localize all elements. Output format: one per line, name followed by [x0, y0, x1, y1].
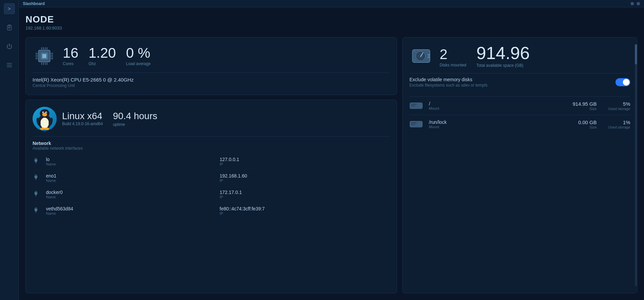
disk-mount-icon [409, 101, 423, 111]
app-title: Slashboard [23, 1, 45, 6]
right-scrollbar[interactable] [635, 44, 637, 286]
svg-point-28 [40, 117, 49, 128]
svg-point-34 [46, 112, 47, 113]
svg-rect-46 [35, 191, 36, 192]
network-list: lo Name 127.0.0.1 IP eno1 Name 192.168.1… [33, 153, 390, 286]
cpu-ghz-value: 1.20 [89, 46, 116, 60]
disk-count-label: Disks mounted [440, 63, 466, 67]
svg-rect-14 [36, 58, 38, 59]
svg-point-58 [427, 51, 429, 52]
left-panel: 16 Cores 1.20 Ghz 0 % Load average [26, 37, 397, 293]
cpu-cores-value: 16 [63, 46, 79, 60]
disk-mount-used-col: 1% Used storage [600, 119, 630, 129]
svg-rect-22 [47, 47, 47, 50]
svg-rect-1 [7, 25, 11, 30]
os-avatar [33, 107, 57, 131]
right-scrollbar-thumb [635, 44, 637, 64]
svg-rect-10 [42, 54, 46, 58]
os-top: Linux x64 Build 4.19.0-16-amd64 90.4 hou… [33, 107, 390, 131]
cpu-cores-label: Cores [63, 61, 79, 66]
network-name-col: vethd563d84 Name [43, 206, 216, 215]
topbar-controls [631, 2, 640, 5]
svg-point-37 [44, 128, 49, 130]
panels-row: 16 Cores 1.20 Ghz 0 % Load average [26, 37, 637, 293]
disk-count-value: 2 [440, 47, 466, 61]
svg-rect-23 [41, 62, 42, 65]
svg-point-36 [40, 128, 45, 130]
os-build: Build 4.19.0-16-amd64 [62, 121, 103, 126]
disk-mount-used-col: 5% Used storage [600, 101, 630, 111]
network-item: docker0 Name 172.17.0.1 IP [33, 186, 390, 203]
content-area: NODE 192.168.1.60:6033 [19, 7, 644, 300]
topbar-dot-2 [637, 2, 640, 5]
svg-rect-62 [428, 57, 430, 58]
cpu-top: 16 Cores 1.20 Ghz 0 % Load average [33, 44, 390, 68]
svg-rect-15 [51, 53, 53, 54]
disk-stats: 2 Disks mounted 914.96 Total available s… [440, 44, 630, 68]
svg-rect-48 [36, 195, 36, 196]
topbar-dot-1 [631, 2, 634, 5]
svg-point-60 [427, 60, 429, 61]
disk-count-block: 2 Disks mounted [440, 47, 466, 67]
network-ip-col: 172.17.0.1 IP [216, 190, 390, 199]
page-subtitle: 192.168.1.60:6033 [26, 26, 637, 31]
svg-rect-16 [51, 55, 53, 56]
network-ip-col: fe80::4c74:3cff:fe39:7 IP [216, 206, 390, 215]
plug-icon [33, 157, 43, 165]
sidebar: > [0, 0, 19, 300]
os-uptime-value: 90.4 hours [113, 111, 157, 121]
sidebar-item-list[interactable] [4, 60, 15, 70]
svg-rect-17 [51, 57, 53, 57]
cpu-stats: 16 Cores 1.20 Ghz 0 % Load average [63, 46, 151, 66]
svg-rect-12 [36, 55, 38, 56]
svg-rect-13 [36, 57, 38, 57]
svg-rect-64 [411, 104, 416, 104]
svg-rect-42 [36, 162, 36, 163]
network-ip-col: 192.168.1.60 IP [216, 173, 390, 183]
svg-point-57 [414, 51, 415, 52]
toggle-row: Exclude volatile memory disks Exclude fi… [409, 73, 630, 91]
network-section: Network Available network interfaces lo … [33, 136, 390, 286]
sidebar-toggle-button[interactable]: > [4, 3, 15, 14]
cpu-cores-block: 16 Cores [63, 46, 79, 66]
page-header: NODE 192.168.1.60:6033 [26, 14, 637, 31]
os-uptime-label: uptime [113, 122, 157, 127]
svg-rect-5 [7, 63, 12, 64]
cpu-ghz-label: Ghz [89, 61, 116, 66]
cpu-name: Intel(R) Xeon(R) CPU E5-2665 0 @ 2.40GHz [33, 77, 390, 83]
svg-rect-26 [47, 62, 47, 65]
cpu-load-value: 0 % [126, 46, 150, 60]
svg-point-72 [419, 123, 420, 124]
toggle-subtitle: Exclude filesystems such as udev or temp… [409, 83, 488, 88]
disk-mount-row: /run/lock Mount 0.00 GB Size 1% Used sto… [409, 115, 630, 133]
svg-rect-70 [411, 124, 415, 124]
svg-rect-4 [8, 28, 9, 29]
svg-rect-65 [411, 105, 415, 106]
exclude-volatile-toggle[interactable] [615, 78, 630, 86]
plug-icon [33, 190, 43, 198]
page-title: NODE [26, 14, 637, 25]
toggle-title: Exclude volatile memory disks [409, 77, 488, 82]
disk-space-value: 914.96 [476, 44, 530, 62]
os-name-block: Linux x64 Build 4.19.0-16-amd64 [62, 111, 103, 127]
svg-point-33 [43, 112, 44, 113]
disk-mounts-list: / Mount 914.95 GB Size 5% Used storage /… [409, 96, 630, 133]
sidebar-item-clipboard[interactable] [4, 22, 15, 33]
os-uptime-block: 90.4 hours uptime [113, 111, 157, 127]
svg-rect-43 [35, 174, 36, 176]
disk-mount-path-col: / Mount [426, 101, 556, 110]
svg-rect-50 [36, 207, 37, 209]
cpu-icon [33, 44, 56, 68]
network-item: eno1 Name 192.168.1.60 IP [33, 170, 390, 186]
network-subtitle: Available network interfaces [33, 146, 390, 151]
svg-point-67 [419, 105, 420, 106]
disk-mount-row: / Mount 914.95 GB Size 5% Used storage [409, 96, 630, 115]
svg-point-59 [414, 60, 415, 61]
cpu-description: Central Processing Unit [33, 83, 390, 88]
os-info-block: Linux x64 Build 4.19.0-16-amd64 90.4 hou… [62, 111, 157, 127]
topbar: Slashboard [19, 0, 644, 7]
sidebar-item-power[interactable] [4, 41, 15, 52]
svg-rect-18 [51, 58, 53, 59]
disk-icon [409, 44, 433, 68]
network-name-col: docker0 Name [43, 190, 216, 199]
